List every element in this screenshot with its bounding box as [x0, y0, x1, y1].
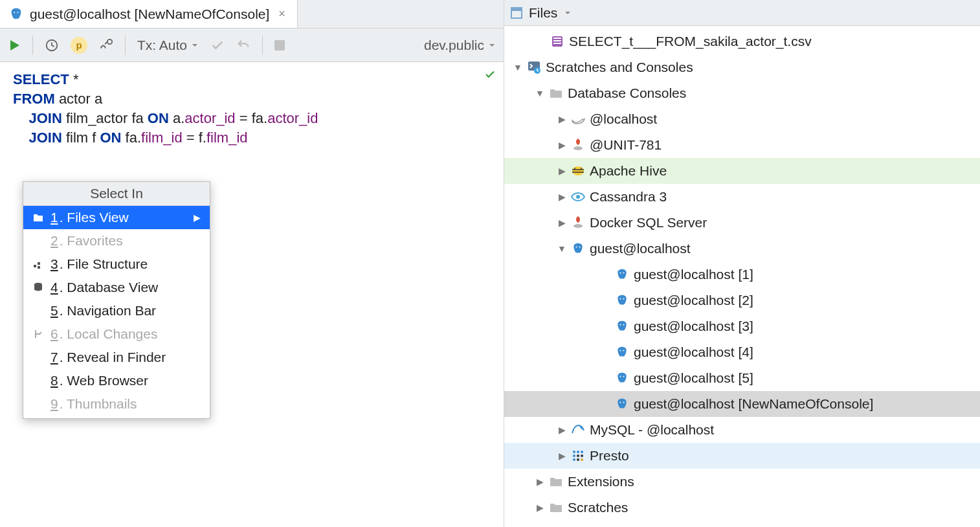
- svg-rect-3: [274, 40, 285, 50]
- in-console-badge[interactable]: p: [71, 37, 87, 54]
- history-button[interactable]: [45, 38, 59, 52]
- svg-rect-6: [38, 266, 40, 269]
- popup-item-web-browser[interactable]: 8. Web Browser: [23, 369, 210, 392]
- tree-item[interactable]: Database Consoles: [504, 80, 980, 106]
- tree-item-label: Docker SQL Server: [590, 215, 707, 230]
- commit-button[interactable]: [210, 38, 225, 52]
- submenu-arrow-icon: ▶: [194, 212, 201, 223]
- svg-rect-5: [38, 262, 40, 265]
- disclosure-triangle-icon[interactable]: [557, 192, 566, 202]
- svg-point-22: [576, 247, 577, 248]
- tree-item[interactable]: guest@localhost [5]: [504, 365, 980, 391]
- svg-point-37: [577, 451, 579, 453]
- sqlsrv-icon: [570, 216, 586, 229]
- svg-point-35: [623, 402, 625, 403]
- popup-item-files-view[interactable]: 1. Files View▶: [23, 206, 210, 229]
- pg-icon: [614, 346, 630, 359]
- tree-item[interactable]: Extensions: [504, 469, 980, 495]
- postgres-icon: [9, 7, 23, 21]
- disclosure-triangle-icon[interactable]: [557, 218, 566, 228]
- disclosure-triangle-icon[interactable]: [557, 114, 566, 124]
- presto-icon: [570, 449, 586, 462]
- tree-item[interactable]: Scratches: [504, 495, 980, 521]
- run-button[interactable]: [8, 39, 21, 52]
- tree-item-label: guest@localhost [4]: [634, 344, 753, 360]
- tree-item[interactable]: @UNIT-781: [504, 132, 980, 158]
- popup-item-navigation-bar[interactable]: 5. Navigation Bar: [23, 299, 210, 322]
- tree-item-label: Database Consoles: [568, 85, 686, 101]
- tree-item[interactable]: Cassandra 3: [504, 184, 980, 210]
- tree-item[interactable]: MySQL - @localhost: [504, 417, 980, 443]
- eye-icon: [570, 192, 586, 201]
- chevron-down-icon[interactable]: [564, 9, 572, 17]
- tree-item[interactable]: guest@localhost [4]: [504, 339, 980, 365]
- svg-point-25: [623, 273, 625, 274]
- hive-icon: [570, 165, 586, 177]
- disclosure-triangle-icon[interactable]: [557, 425, 566, 435]
- svg-point-24: [620, 273, 621, 274]
- svg-point-38: [581, 451, 583, 453]
- editor-tab-title: guest@localhost [NewNameOfConsole]: [30, 6, 269, 22]
- disclosure-triangle-icon[interactable]: [557, 243, 566, 254]
- disclosure-triangle-icon[interactable]: [557, 166, 566, 176]
- tree-item[interactable]: SELECT_t___FROM_sakila_actor_t.csv: [504, 28, 980, 54]
- folder-icon: [32, 213, 44, 222]
- popup-item-database-view[interactable]: 4. Database View: [23, 276, 210, 299]
- stop-button[interactable]: [274, 40, 285, 50]
- tree-item[interactable]: @localhost: [504, 106, 980, 132]
- svg-point-17: [572, 166, 584, 175]
- separator: [262, 36, 263, 55]
- separator: [32, 36, 33, 55]
- tree-item-label: @UNIT-781: [590, 137, 662, 153]
- tree-item-label: guest@localhost: [590, 241, 691, 256]
- folder-icon: [548, 476, 564, 488]
- schema-dropdown[interactable]: dev.public: [424, 38, 496, 53]
- popup-item-file-structure[interactable]: 3. File Structure: [23, 252, 210, 276]
- tree-item-label: guest@localhost [3]: [634, 319, 753, 334]
- tree-item[interactable]: Apache Hive: [504, 158, 980, 184]
- tree-item[interactable]: guest@localhost [1]: [504, 262, 980, 287]
- svg-rect-9: [511, 8, 522, 11]
- tree-item[interactable]: Docker SQL Server: [504, 210, 980, 236]
- disclosure-triangle-icon[interactable]: [557, 451, 566, 461]
- tree-item[interactable]: guest@localhost [NewNameOfConsole]: [504, 391, 980, 417]
- svg-point-26: [620, 298, 621, 300]
- struct-icon: [32, 260, 44, 269]
- tree-item-label: @localhost: [590, 111, 657, 127]
- disclosure-triangle-icon[interactable]: [557, 140, 566, 150]
- separator: [125, 36, 126, 55]
- disclosure-triangle-icon[interactable]: [535, 477, 544, 487]
- disclosure-triangle-icon[interactable]: [535, 502, 544, 513]
- svg-point-34: [620, 402, 621, 403]
- folder-icon: [548, 87, 564, 99]
- files-tool-window-header[interactable]: Files: [504, 0, 980, 26]
- popup-title: Select In: [23, 182, 210, 206]
- disclosure-triangle-icon[interactable]: [535, 88, 544, 98]
- svg-point-40: [577, 454, 579, 457]
- tree-item[interactable]: guest@localhost [3]: [504, 313, 980, 339]
- tree-item[interactable]: Presto: [504, 443, 980, 469]
- pg-icon: [614, 294, 630, 307]
- close-tab-icon[interactable]: ×: [276, 7, 288, 21]
- svg-point-21: [574, 224, 583, 228]
- pg-icon: [614, 268, 630, 281]
- tree-item[interactable]: guest@localhost: [504, 236, 980, 262]
- svg-point-32: [620, 376, 621, 377]
- csv-icon: [550, 35, 565, 48]
- transaction-mode-dropdown[interactable]: Tx: Auto: [137, 38, 199, 53]
- rollback-button[interactable]: [236, 38, 251, 52]
- editor-tab[interactable]: guest@localhost [NewNameOfConsole] ×: [0, 0, 298, 28]
- svg-point-20: [576, 195, 580, 199]
- tree-item[interactable]: Scratches and Consoles: [504, 54, 980, 80]
- tree-item[interactable]: guest@localhost [2]: [504, 287, 980, 313]
- file-tree[interactable]: SELECT_t___FROM_sakila_actor_t.csvScratc…: [504, 26, 980, 521]
- popup-item-reveal-in-finder[interactable]: 7. Reveal in Finder: [23, 346, 210, 369]
- svg-point-36: [573, 451, 575, 453]
- svg-point-16: [574, 146, 583, 150]
- whale-icon: [570, 114, 586, 124]
- sql-editor[interactable]: SELECT * FROM actor a JOIN film_actor fa…: [0, 62, 504, 155]
- settings-button[interactable]: [99, 38, 113, 52]
- inspection-ok-icon: [484, 69, 496, 80]
- svg-point-41: [581, 454, 583, 457]
- disclosure-triangle-icon[interactable]: [513, 62, 522, 73]
